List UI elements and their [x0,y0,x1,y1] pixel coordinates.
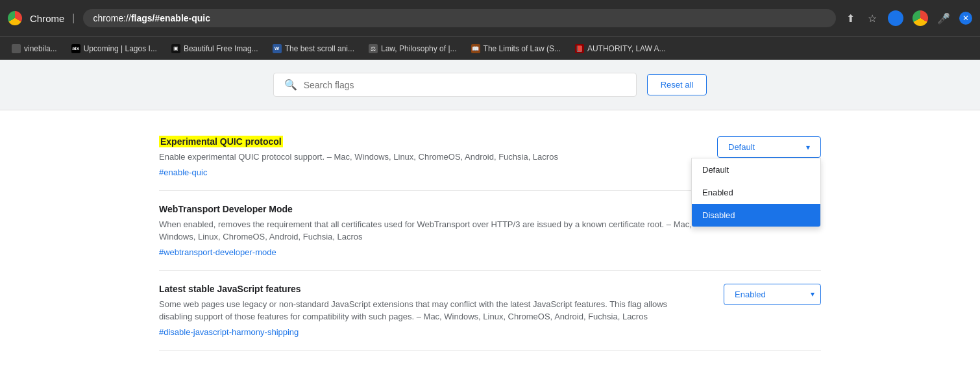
app-name: Chrome [30,13,64,24]
flags-header: 🔍 Reset all [0,60,980,110]
flag-info-quic: Experimental QUIC protocol Enable experi… [159,136,691,177]
flag-link-quic[interactable]: #enable-quic [159,167,207,177]
share-icon[interactable]: ⬆ [844,12,857,25]
flag-link-js[interactable]: #disable-javascript-harmony-shipping [159,327,299,337]
favicon-balance: ⚖ [369,44,378,53]
search-container: 🔍 [273,73,637,97]
bookmark-balance[interactable]: ⚖ Law, Philosophy of |... [362,42,463,56]
title-bar: Chrome | chrome://flags/#enable-quic ⬆ ☆… [0,0,980,36]
flag-control-quic: Default ▾ Default Enabled Disabled [717,136,821,158]
flag-info-js: Latest stable JavaScript features Some w… [159,284,698,337]
chevron-down-icon: ▾ [806,143,810,152]
flag-title-js: Latest stable JavaScript features [159,284,698,294]
toolbar-icons: ⬆ ☆ 🎤 ✕ [844,10,972,26]
quic-option-enabled[interactable]: Enabled [692,181,820,204]
bookmark-authority[interactable]: 📕 AUTHORITY, LAW A... [569,42,672,56]
bookmark-label: The best scroll ani... [285,44,354,53]
address-bar[interactable]: chrome://flags/#enable-quic [83,9,836,27]
chrome-logo-icon [8,11,22,25]
address-bold: flags/#enable-quic [131,13,210,23]
bookmark-label: Law, Philosophy of |... [381,44,457,53]
quic-dropdown-menu: Default Enabled Disabled [691,158,821,227]
quic-dropdown-value: Default [728,142,755,152]
favicon-vinebila [12,44,21,53]
flag-item-js: Latest stable JavaScript features Some w… [159,271,821,351]
flags-content: Experimental QUIC protocol Enable experi… [133,110,847,364]
js-dropdown-wrapper: Enabled [724,284,821,305]
flag-title-quic: Experimental QUIC protocol [159,136,691,147]
reset-all-button[interactable]: Reset all [647,74,707,95]
bookmark-label: Upcoming | Lagos I... [84,44,157,53]
flags-page: 🔍 Reset all Experimental QUIC protocol E… [0,60,980,372]
mic-icon[interactable]: 🎤 [937,12,950,25]
bookmark-vinebila[interactable]: vinebila... [5,42,64,56]
bookmark-word[interactable]: W The best scroll ani... [266,42,361,56]
favicon-limits: 📖 [471,44,480,53]
quic-option-default[interactable]: Default [692,158,820,181]
search-input[interactable] [304,80,626,90]
flag-desc-webtransport: When enabled, removes the requirement th… [159,218,698,243]
bookmarks-bar: vinebila... aix Upcoming | Lagos I... ▣ … [0,36,980,60]
flag-title-highlighted: Experimental QUIC protocol [159,136,283,147]
flag-control-js: Enabled [724,284,821,305]
bookmark-label: The Limits of Law (S... [484,44,561,53]
favicon-authority: 📕 [575,44,584,53]
title-separator: | [72,12,75,24]
quic-option-disabled[interactable]: Disabled [692,204,820,227]
favicon-unsplash: ▣ [171,44,180,53]
flag-desc-quic: Enable experimental QUIC protocol suppor… [159,151,691,164]
bookmark-limits[interactable]: 📖 The Limits of Law (S... [465,42,567,56]
flag-title-webtransport: WebTransport Developer Mode [159,204,698,214]
quic-dropdown-button[interactable]: Default ▾ [717,136,821,158]
star-icon[interactable]: ☆ [866,12,879,25]
close-button[interactable]: ✕ [959,12,972,25]
address-plain: chrome:// [93,13,131,23]
bookmark-aix[interactable]: aix Upcoming | Lagos I... [65,42,164,56]
flag-desc-js: Some web pages use legacy or non-standar… [159,298,698,323]
profile-avatar[interactable] [888,10,903,26]
bookmark-label: vinebila... [24,44,57,53]
bookmark-label: Beautiful Free Imag... [184,44,258,53]
js-dropdown[interactable]: Enabled [724,284,821,305]
bookmark-unsplash[interactable]: ▣ Beautiful Free Imag... [165,42,265,56]
chrome-color-icon [913,10,928,26]
flag-link-webtransport[interactable]: #webtransport-developer-mode [159,247,276,257]
favicon-word: W [273,44,282,53]
favicon-aix: aix [71,44,80,53]
bookmark-label: AUTHORITY, LAW A... [587,44,666,53]
search-icon: 🔍 [284,79,297,91]
flag-info-webtransport: WebTransport Developer Mode When enabled… [159,204,698,257]
flag-item-quic: Experimental QUIC protocol Enable experi… [159,123,821,191]
